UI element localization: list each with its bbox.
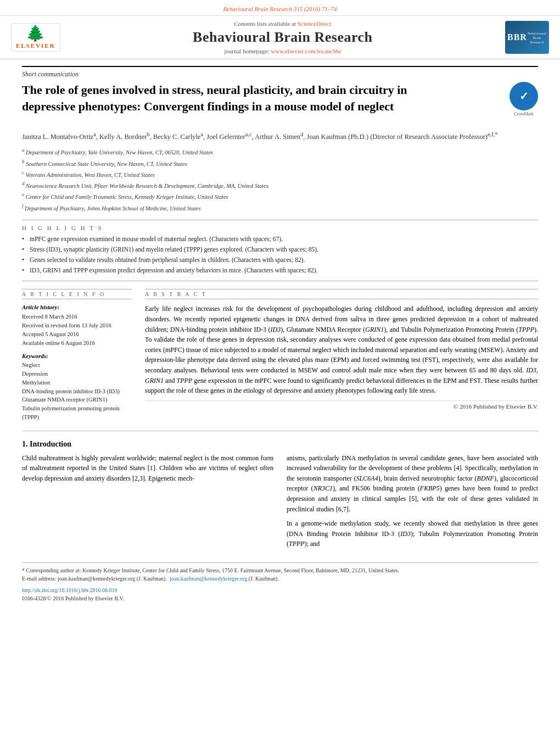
article-title: The role of genes involved in stress, ne… (22, 82, 450, 114)
revised-date: Received in revised form 13 July 2016 (22, 321, 132, 330)
intro-right-col: anisms, particularly DNA methylation in … (287, 453, 538, 554)
journal-title: Behavioural Brain Research (66, 29, 500, 46)
affiliation-f: f Department of Psychiatry, Johns Hopkin… (22, 202, 538, 213)
keywords-title: Keywords: (22, 353, 132, 359)
affiliations: a Department of Psychiatry, Yale Univers… (22, 146, 538, 213)
accepted-date: Accepted 5 August 2016 (22, 330, 132, 339)
journal-logo-right: BBR Behavioural Brain Research (505, 21, 549, 54)
section-divider (22, 431, 538, 431)
abstract-text: Early life neglect increases risk for th… (145, 304, 538, 395)
author-4: Joel Gelerntera,c, (206, 133, 255, 141)
affiliation-e: e Center for Child and Family Traumatic … (22, 191, 538, 202)
doi-line: http://dx.doi.org/10.1016/j.bbr.2016.08.… (22, 586, 538, 594)
available-date: Available online 6 August 2016 (22, 339, 132, 348)
keyword-5: Glutamate NMDA receptor (GRIN1) (22, 395, 132, 404)
keyword-2: Depression (22, 370, 132, 378)
keyword-3: Methylation (22, 378, 132, 387)
highlight-2: Stress (ID3), synaptic plasticity (GRIN1… (22, 245, 538, 254)
main-content: Short communication The role of genes in… (0, 59, 560, 613)
affiliation-d: d Neuroscience Research Unit, Pfizer Wor… (22, 180, 538, 191)
author-1: Janitza L. Montalvo-Ortiza, (22, 133, 99, 141)
keyword-1: Neglect (22, 361, 132, 370)
homepage-url[interactable]: www.elsevier.com/locate/bbr (271, 48, 341, 54)
intro-right-text-1: anisms, particularly DNA methylation in … (287, 453, 538, 515)
highlight-1: mPFC gene expression examined in mouse m… (22, 235, 538, 243)
crossmark-badge: ✓ (509, 82, 538, 110)
affiliation-a: a Department of Psychiatry, Yale Univers… (22, 146, 538, 157)
header-row: 🌲 ELSEVIER Contents lists available at S… (0, 16, 560, 59)
article-type-label: Short communication (22, 66, 538, 79)
article-info-abstract-row: A R T I C L E I N F O Article history: R… (22, 289, 538, 421)
highlight-4: ID3, GRIN1 and TPPP expression predict d… (22, 266, 538, 275)
sciencedirect-label: Contents lists available at ScienceDirec… (66, 20, 500, 27)
intro-left-col: Child maltreatment is highly prevalent w… (22, 453, 273, 554)
affiliation-c: c Veterans Administration, West Haven, C… (22, 169, 538, 180)
keyword-6: Tubulin polymerization promoting protein… (22, 404, 132, 422)
article-info-col: A R T I C L E I N F O Article history: R… (22, 289, 132, 421)
highlights-title: H I G H L I G H T S (22, 225, 538, 231)
corresponding-note: * Corresponding author at: Kennedy Krieg… (22, 566, 538, 574)
abstract-header: A B S T R A C T (145, 289, 538, 299)
affiliation-b: b Southern Connecticut State University,… (22, 158, 538, 169)
intro-section-title: 1. Introduction (22, 440, 538, 449)
intro-two-col: Child maltreatment is highly prevalent w… (22, 453, 538, 554)
journal-citation: Behavioural Brain Research 315 (2016) 71… (0, 3, 560, 16)
footnotes-area: * Corresponding author at: Kennedy Krieg… (22, 562, 538, 602)
page: Behavioural Brain Research 315 (2016) 71… (0, 0, 560, 742)
email-link[interactable]: joan.kaufman@kennedykrieger.org (170, 576, 247, 582)
intro-right-text-2: In a genome-wide methylation study, we r… (287, 518, 538, 549)
doi-link[interactable]: http://dx.doi.org/10.1016/j.bbr.2016.08.… (22, 587, 117, 593)
highlight-3: Genes selected to validate results obtai… (22, 255, 538, 264)
elsevier-brand-text: ELSEVIER (16, 42, 55, 49)
abstract-col: A B S T R A C T Early life neglect incre… (145, 289, 538, 421)
sciencedirect-link[interactable]: ScienceDirect (298, 20, 332, 27)
author-5: Arthur A. Simend, (255, 133, 306, 141)
issn-note: 0166-4328/© 2016 Published by Elsevier B… (22, 594, 538, 602)
author-2: Kelly A. Bordnerb, (99, 133, 153, 141)
author-3: Becky C. Carlylea, (153, 133, 206, 141)
keyword-4: DNA-binding protein inhibitor ID-3 (ID3) (22, 387, 132, 396)
intro-left-text: Child maltreatment is highly prevalent w… (22, 453, 273, 484)
top-banner: Behavioural Brain Research 315 (2016) 71… (0, 0, 560, 59)
highlights-section: H I G H L I G H T S mPFC gene expression… (22, 220, 538, 281)
copyright-line: © 2016 Published by Elsevier B.V. (145, 400, 538, 410)
header-center: Contents lists available at ScienceDirec… (66, 20, 500, 54)
crossmark-label: CrossMark (509, 111, 538, 116)
article-info-header: A R T I C L E I N F O (22, 289, 132, 299)
elsevier-logo: 🌲 ELSEVIER (11, 23, 60, 52)
article-history-title: Article history: (22, 304, 132, 310)
elsevier-tree-icon: 🌲 (26, 26, 45, 41)
email-note: E-mail address: joan.kaufman@kennedykrie… (22, 574, 538, 583)
journal-homepage: journal homepage: www.elsevier.com/locat… (66, 48, 500, 54)
author-6: Joan Kaufman (Ph.D.) (Director of Resear… (307, 133, 498, 141)
authors-line: Janitza L. Montalvo-Ortiza, Kelly A. Bor… (22, 130, 538, 142)
title-area: The role of genes involved in stress, ne… (22, 82, 538, 121)
received-date: Received 8 March 2016 (22, 313, 132, 321)
